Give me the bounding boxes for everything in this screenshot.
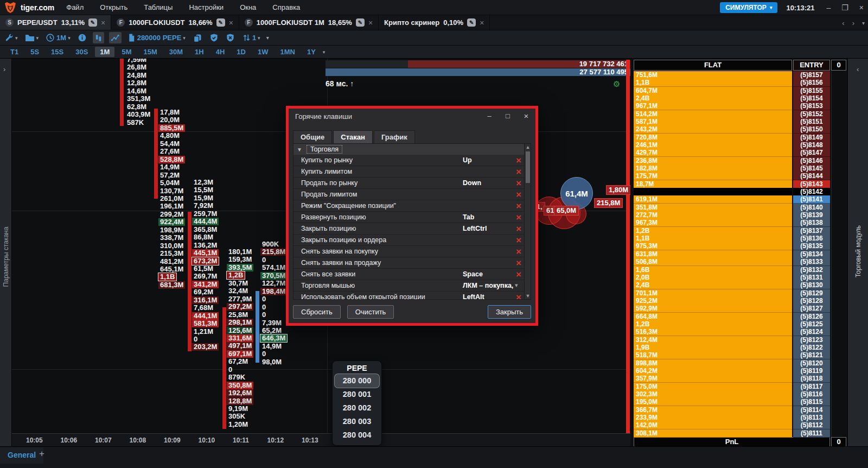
hotkey-binding[interactable]: Up (463, 156, 495, 164)
info-button[interactable] (76, 32, 88, 43)
timeframe-1y[interactable]: 1Y (302, 47, 321, 57)
dom-price-cell[interactable]: (5)8139 (793, 211, 830, 219)
hotkey-binding[interactable]: LeftAlt (463, 293, 495, 300)
dom-price-cell[interactable]: (5)8149 (793, 134, 830, 142)
timeframe-1mn[interactable]: 1MN (275, 47, 299, 57)
doc-tab[interactable]: SPEPE/USDT13,11%✎× (0, 15, 111, 30)
restore-button[interactable]: ❒ (841, 3, 848, 12)
hotkey-binding[interactable]: Down (463, 179, 495, 187)
hotkey-binding[interactable]: LeftCtrl (463, 225, 495, 232)
dom-price-cell[interactable]: (5)8143 (793, 180, 830, 188)
dom-price-cell[interactable]: (5)8142 (793, 188, 830, 196)
dom-price-cell[interactable]: (5)8124 (793, 328, 830, 336)
sort-levels-button[interactable]: 1▾ (241, 32, 261, 43)
doc-tab[interactable]: F1000FLOKIUSDT18,66%✎× (111, 15, 239, 30)
tab-scroll-left-icon[interactable]: ‹ (842, 19, 844, 27)
dom-price-cell[interactable]: (5)8125 (793, 320, 830, 328)
timeframe-1w[interactable]: 1W (253, 47, 273, 57)
wrench-tool-button[interactable]: ▾ (3, 32, 19, 43)
dialog-tab-1[interactable]: Стакан (333, 130, 373, 143)
dialog-close-icon[interactable]: × (517, 109, 535, 124)
edit-icon[interactable]: ✎ (356, 18, 365, 27)
dom-volume-cell[interactable]: 631,8M (634, 250, 792, 258)
dom-price-cell[interactable]: (5)8151 (793, 118, 830, 126)
dom-volume-cell[interactable]: 175,7M (634, 172, 792, 180)
dom-price-cell[interactable]: (5)8156 (793, 79, 830, 87)
dom-volume-cell[interactable]: 243,2M (634, 125, 792, 134)
timeframe-1h[interactable]: 1H (190, 47, 209, 57)
dom-volume-cell[interactable]: 506,8M (634, 258, 792, 266)
dom-price-cell[interactable]: (5)8155 (793, 87, 830, 95)
dom-volume-cell[interactable] (634, 188, 792, 196)
dom-price-cell[interactable]: (5)8146 (793, 157, 830, 165)
dom-volume-cell[interactable]: 967,3M (634, 219, 792, 227)
simulator-button[interactable]: СИМУЛЯТОР▾ (720, 2, 777, 13)
dom-volume-cell[interactable]: 236,8M (634, 157, 792, 165)
dom-volume-cell[interactable]: 175,0M (634, 383, 792, 391)
dom-price-cell[interactable]: (5)8133 (793, 258, 830, 266)
dom-price-cell[interactable]: (5)8137 (793, 227, 830, 235)
chevron-down-icon[interactable]: ▾ (515, 282, 518, 289)
timeframe-1d[interactable]: 1D (232, 47, 251, 57)
remove-binding-icon[interactable]: × (516, 269, 521, 280)
dom-price-cell[interactable]: (5)8144 (793, 172, 830, 180)
dom-price-cell[interactable]: (5)8112 (793, 421, 830, 429)
doc-tab[interactable]: F1000FLOKIUSDT 1M18,65%✎× (239, 15, 379, 30)
dom-volume-cell[interactable]: 604,7M (634, 87, 792, 95)
dom-price-cell[interactable]: (5)8126 (793, 313, 830, 321)
dom-price-cell[interactable]: (5)8122 (793, 344, 830, 352)
dom-price-cell[interactable]: (5)8131 (793, 274, 830, 282)
dom-volume-cell[interactable]: 1,6B (634, 266, 792, 274)
dom-header-entry[interactable]: ENTRY (793, 60, 830, 71)
timeframe-15m[interactable]: 15M (138, 47, 162, 57)
dom-volume-cell[interactable]: 357,9M (634, 375, 792, 383)
dom-volume-cell[interactable]: 967,1M (634, 102, 792, 110)
dom-volume-cell[interactable]: 1,2B (634, 320, 792, 328)
dom-volume-cell[interactable]: 1,1B (634, 79, 792, 87)
dom-price-cell[interactable]: (5)8157 (793, 71, 830, 79)
contract-button[interactable]: 280000 PEPE▾ (126, 32, 187, 43)
cluster-view-button[interactable] (93, 32, 104, 43)
copy-button[interactable] (192, 32, 203, 44)
dom-volume-cell[interactable]: 2,0B (634, 274, 792, 282)
dom-volume-cell[interactable]: 142,0M (634, 421, 792, 429)
dom-volume-cell[interactable]: 604,2M (634, 367, 792, 375)
dom-price-cell[interactable]: (5)8150 (793, 125, 830, 134)
remove-binding-icon[interactable]: × (516, 178, 521, 189)
reset-button[interactable]: Сбросить (293, 305, 341, 319)
close-icon[interactable]: × (368, 18, 373, 27)
dialog-minimize-button[interactable]: – (480, 109, 499, 124)
interval-clock-button[interactable]: 1M▾ (44, 32, 72, 43)
timeframe-5m[interactable]: 5M (117, 47, 136, 57)
price-option[interactable]: 280 003 (335, 415, 379, 428)
dom-volume-cell[interactable]: 898,8M (634, 359, 792, 368)
clear-button[interactable]: Очистить (347, 305, 394, 319)
remove-binding-icon[interactable]: × (516, 223, 521, 235)
dom-volume-cell[interactable]: 233,9M (634, 414, 792, 422)
dom-price-cell[interactable]: (5)8147 (793, 149, 830, 157)
dom-volume-cell[interactable]: 587,1M (634, 118, 792, 126)
price-option[interactable]: 280 001 (335, 388, 379, 401)
dom-price-cell[interactable]: (5)8115 (793, 398, 830, 406)
dom-volume-cell[interactable]: 925,2M (634, 297, 792, 305)
dom-volume-cell[interactable]: 701,1M (634, 289, 792, 298)
doc-tab[interactable]: Крипто скринер0,10%✎× (379, 15, 490, 30)
menu-item[interactable]: Файл (66, 3, 84, 11)
dom-price-cell[interactable]: (5)8121 (793, 351, 830, 359)
dom-price-cell[interactable]: (5)8119 (793, 367, 830, 375)
dom-price-cell[interactable]: (5)8113 (793, 414, 830, 422)
dom-volume-cell[interactable]: 1,2B (634, 227, 792, 235)
hotkey-binding[interactable]: Tab (463, 213, 495, 221)
line-chart-button[interactable] (109, 32, 122, 43)
dialog-tab-0[interactable]: Общие (293, 130, 332, 143)
scroll-down-icon[interactable]: ▼ (525, 293, 531, 299)
dom-price-cell[interactable]: (5)8145 (793, 165, 830, 173)
dom-price-cell[interactable]: (5)8140 (793, 204, 830, 212)
dom-volume-cell[interactable]: 302,3M (634, 390, 792, 399)
dom-volume-cell[interactable]: 351,8M (634, 204, 792, 212)
timeframe-30m[interactable]: 30M (164, 47, 188, 57)
remove-binding-icon[interactable]: × (516, 235, 521, 246)
dom-price-cell[interactable]: (5)8138 (793, 219, 830, 227)
dom-header-count[interactable]: 0 (831, 60, 846, 71)
remove-binding-icon[interactable]: × (516, 200, 521, 212)
